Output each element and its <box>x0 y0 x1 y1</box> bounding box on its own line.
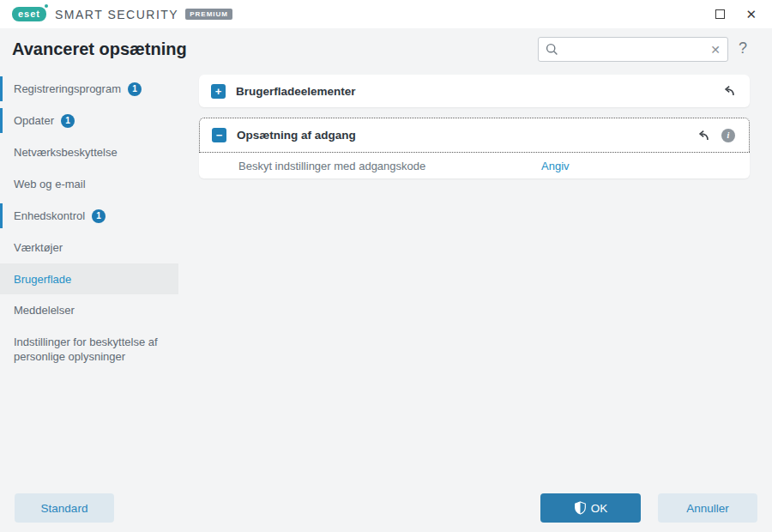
revert-to-default-icon[interactable] <box>721 84 736 98</box>
expand-plus-icon[interactable]: + <box>211 84 226 99</box>
cancel-button-label: Annuller <box>686 502 729 515</box>
info-icon[interactable]: i <box>721 129 735 142</box>
sidebar-nav: Registreringsprogram 1 Opdater 1 Netværk… <box>0 73 199 371</box>
attention-accent-bar <box>0 108 3 133</box>
section-title: Opsætning af adgang <box>237 129 356 142</box>
sidebar-item-label: Meddelelser <box>14 304 75 317</box>
section-opsaetning-af-adgang: − Opsætning af adgang i Beskyt indstilli… <box>199 118 750 178</box>
window-controls: ✕ <box>715 0 757 28</box>
premium-badge: PREMIUM <box>185 9 232 20</box>
standard-button-label: Standard <box>41 502 88 515</box>
sidebar-item-brugerflade[interactable]: Brugerflade <box>0 263 178 294</box>
sidebar-item-enhedskontrol[interactable]: Enhedskontrol 1 <box>0 200 199 232</box>
sidebar-item-vaerktoejer[interactable]: Værktøjer <box>0 232 199 263</box>
section-header-opsaetning-af-adgang[interactable]: − Opsætning af adgang i <box>199 118 750 153</box>
eset-logo: eset <box>12 7 46 21</box>
notification-badge: 1 <box>128 82 142 96</box>
sidebar-item-netvaerksbeskyttelse[interactable]: Netværksbeskyttelse <box>0 136 199 168</box>
sidebar-item-label: Opdater <box>14 114 54 127</box>
section-brugerfladeelementer: + Brugerfladeelementer <box>199 75 750 107</box>
uac-shield-icon <box>574 501 587 515</box>
collapse-minus-icon[interactable]: − <box>212 128 226 142</box>
setting-label: Beskyt indstillinger med adgangskode <box>238 160 541 172</box>
close-icon[interactable]: ✕ <box>745 8 757 21</box>
notification-badge: 1 <box>92 209 106 223</box>
sidebar-item-label: Brugerflade <box>14 273 71 286</box>
sidebar-item-indstillinger-beskyttelse[interactable]: Indstillinger for beskyttelse af personl… <box>0 326 199 371</box>
sidebar-item-meddelelser[interactable]: Meddelelser <box>0 294 199 326</box>
search-icon <box>546 43 558 56</box>
ok-button-label: OK <box>591 502 608 515</box>
notification-badge: 1 <box>61 114 75 128</box>
section-title: Brugerfladeelementer <box>236 85 356 98</box>
angiv-link[interactable]: Angiv <box>541 160 570 172</box>
revert-to-default-icon[interactable] <box>696 129 710 142</box>
search-input[interactable] <box>558 43 710 56</box>
sidebar-item-label: Registreringsprogram <box>14 82 121 95</box>
title-bar: eset SMART SECURITY PREMIUM ✕ <box>0 0 772 28</box>
attention-accent-bar <box>0 76 3 101</box>
sidebar-item-opdater[interactable]: Opdater 1 <box>0 105 199 136</box>
help-icon[interactable]: ? <box>739 39 747 57</box>
standard-button[interactable]: Standard <box>15 493 114 523</box>
sidebar-item-web-og-email[interactable]: Web og e-mail <box>0 168 199 200</box>
attention-accent-bar <box>0 203 3 228</box>
section-header-brugerfladeelementer[interactable]: + Brugerfladeelementer <box>199 75 750 107</box>
page-title: Avanceret opsætning <box>12 39 187 59</box>
setting-row-password-protect: Beskyt indstillinger med adgangskode Ang… <box>199 153 750 178</box>
search-box[interactable]: ✕ <box>538 37 728 62</box>
sidebar-item-label: Værktøjer <box>14 241 63 254</box>
cancel-button[interactable]: Annuller <box>658 493 757 523</box>
sidebar-item-label: Enhedskontrol <box>14 209 85 222</box>
eset-settings-window: eset SMART SECURITY PREMIUM ✕ Avanceret … <box>0 0 772 532</box>
sidebar-item-label: Web og e-mail <box>14 178 86 190</box>
sidebar-item-label: Indstillinger for beskyttelse af personl… <box>14 335 166 364</box>
maximize-icon[interactable] <box>715 9 725 19</box>
product-name: SMART SECURITY <box>55 8 178 21</box>
settings-content: + Brugerfladeelementer − Opsætning af ad… <box>199 75 750 189</box>
ok-button[interactable]: OK <box>540 493 641 523</box>
sidebar-item-registreringsprogram[interactable]: Registreringsprogram 1 <box>0 73 199 105</box>
search-clear-icon[interactable]: ✕ <box>710 44 721 56</box>
sidebar-item-label: Netværksbeskyttelse <box>14 146 118 159</box>
